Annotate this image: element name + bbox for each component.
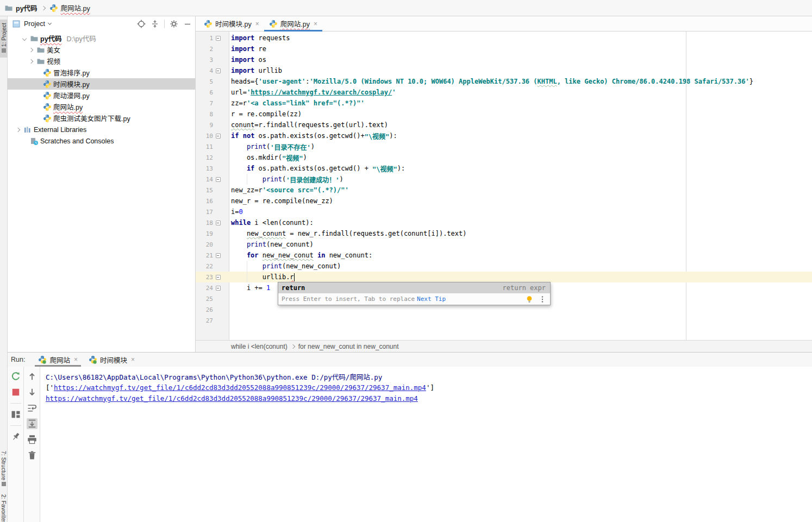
tree-chevron-icon[interactable] [27, 46, 35, 54]
stripe-button-project[interactable]: 1: Project [0, 20, 8, 58]
locate-file-button[interactable] [137, 20, 146, 28]
breadcrumb-for[interactable]: for new_new_conut in new_conunt [298, 343, 399, 350]
favorites-star-icon[interactable]: ★ [1, 514, 6, 521]
code-text[interactable]: i=0 [229, 208, 243, 216]
gutter-cell[interactable]: 6 [196, 87, 229, 98]
more-dots-icon[interactable] [538, 295, 547, 304]
gutter-cell[interactable]: 18 [196, 217, 229, 228]
collapse-all-button[interactable] [151, 20, 159, 28]
gutter-cell[interactable]: 3 [196, 54, 229, 65]
gear-icon[interactable] [170, 20, 178, 28]
code-line[interactable]: 17i=0 [196, 206, 812, 217]
gutter-cell[interactable]: 8 [196, 109, 229, 120]
gutter-cell[interactable]: 17 [196, 206, 229, 217]
fold-marker-icon[interactable] [216, 275, 221, 280]
close-icon[interactable]: × [131, 356, 135, 363]
clear-console-button[interactable] [27, 450, 38, 461]
run-tab-爬网站[interactable]: 爬网站 × [33, 353, 83, 367]
print-button[interactable] [27, 434, 38, 445]
fold-marker-icon[interactable] [216, 36, 221, 41]
gutter-cell[interactable]: 9 [196, 120, 229, 130]
code-line[interactable]: 15new_zz=r'<source src="(.*?)/"' [196, 185, 812, 196]
code-line[interactable]: 12os.mkdir("视频") [196, 152, 812, 163]
gutter-cell[interactable]: 16 [196, 196, 229, 206]
gutter-cell[interactable]: 5 [196, 76, 229, 87]
gutter-cell[interactable]: 4 [196, 65, 229, 76]
breadcrumb-file[interactable]: 爬网站.py [61, 3, 90, 13]
tree-chevron-icon[interactable] [21, 35, 28, 42]
next-tip-link[interactable]: Next Tip [417, 295, 446, 303]
code-text[interactable]: for new_new_conut in new_conunt: [229, 250, 372, 261]
close-icon[interactable]: × [255, 20, 259, 28]
code-text[interactable]: zz=r'<a class="link" href="(.*?)"' [229, 99, 365, 107]
code-line[interactable]: 19new_conunt = new_r.findall(requests.ge… [196, 228, 812, 239]
fold-marker-icon[interactable] [216, 177, 221, 182]
rerun-button[interactable] [10, 371, 21, 382]
tree-chevron-icon[interactable] [14, 126, 22, 134]
stop-button[interactable] [10, 387, 21, 398]
console-link[interactable]: https://watchmygf.tv/get_file/1/c6dd2cd8… [54, 383, 426, 392]
code-text[interactable]: conunt=r.findall(requests.get(url).text) [229, 121, 388, 129]
code-text[interactable]: urllib.r [229, 272, 295, 282]
gutter-cell[interactable]: 11 [196, 141, 229, 152]
code-line[interactable]: 22print(new_new_conut) [196, 261, 812, 272]
completion-item-return[interactable]: return return expr [278, 282, 550, 293]
code-line[interactable]: 5heads={'user-agent':'Mozilla/5.0 (Windo… [196, 76, 812, 87]
editor-tab-爬网站[interactable]: 爬网站.py × [264, 16, 322, 31]
code-text[interactable]: heads={'user-agent':'Mozilla/5.0 (Window… [229, 78, 753, 85]
code-text[interactable]: new_conunt = new_r.findall(requests.get(… [229, 228, 466, 239]
code-text[interactable]: while i <len(conunt): [229, 219, 314, 227]
code-line[interactable]: 8r = re.compile(zz) [196, 109, 812, 120]
tree-item[interactable]: 美女 [8, 44, 195, 55]
gutter-cell[interactable]: 1 [196, 33, 229, 43]
code-line[interactable]: 3import os [196, 54, 812, 65]
gutter-cell[interactable]: 20 [196, 239, 229, 250]
fold-marker-icon[interactable] [216, 253, 221, 258]
soft-wrap-button[interactable] [27, 402, 38, 413]
project-panel-title[interactable]: Project [24, 20, 45, 28]
code-text[interactable]: new_zz=r'<source src="(.*?)/"' [229, 186, 349, 194]
restore-layout-button[interactable] [10, 409, 21, 420]
breadcrumb-project[interactable]: py代码 [16, 3, 38, 13]
code-line[interactable]: 27 [196, 315, 812, 326]
code-line[interactable]: 26 [196, 304, 812, 315]
code-text[interactable]: print('目录不存在') [229, 141, 315, 152]
breadcrumb-while[interactable]: while i <len(conunt) [231, 343, 288, 350]
code-text[interactable]: import re [229, 45, 266, 53]
code-line[interactable]: 21for new_new_conut in new_conunt: [196, 250, 812, 261]
tree-item[interactable]: 冒泡排序.py [8, 67, 195, 78]
gutter-cell[interactable]: 24 [196, 282, 229, 293]
console-link[interactable]: https://watchmygf.tv/get_file/1/c6dd2cd8… [46, 394, 418, 402]
chevron-down-icon[interactable] [48, 21, 52, 25]
gutter-cell[interactable]: 22 [196, 261, 229, 272]
editor-tab-时间模块[interactable]: 时间模块.py × [199, 16, 264, 31]
gutter-cell[interactable]: 15 [196, 185, 229, 196]
tree-item[interactable]: Scratches and Consoles [8, 135, 195, 147]
tree-item[interactable]: External Libraries [8, 124, 195, 135]
gutter-cell[interactable]: 19 [196, 228, 229, 239]
code-line[interactable]: 23urllib.r [196, 272, 812, 282]
fold-marker-icon[interactable] [216, 134, 221, 139]
code-text[interactable]: os.mkdir("视频") [229, 152, 307, 163]
code-text[interactable]: print('目录创建成功！') [229, 174, 343, 185]
tree-chevron-icon[interactable] [27, 58, 35, 65]
code-text[interactable]: r = re.compile(zz) [229, 110, 302, 118]
code-text[interactable]: import urllib [229, 67, 282, 74]
code-line[interactable]: 6url='https://watchmygf.tv/search/cospla… [196, 87, 812, 98]
code-line[interactable]: 13if os.path.exists(os.getcwd() + "\视频")… [196, 163, 812, 174]
hide-panel-button[interactable] [183, 20, 192, 28]
tree-item[interactable]: 爬网站.py [8, 101, 195, 112]
stripe-button-structure[interactable]: 7: Structure [0, 451, 8, 488]
gutter-cell[interactable]: 27 [196, 315, 229, 326]
run-tab-时间模块[interactable]: 时间模块 × [83, 353, 140, 367]
code-text[interactable]: import requests [229, 34, 290, 42]
gutter-cell[interactable]: 7 [196, 98, 229, 109]
code-line[interactable]: 20print(new_conunt) [196, 239, 812, 250]
tree-item[interactable]: 视频 [8, 55, 195, 67]
gutter-cell[interactable]: 25 [196, 293, 229, 304]
code-line[interactable]: 10if not os.path.exists(os.getcwd()+"\视频… [196, 130, 812, 141]
tree-item[interactable]: 时间模块.py [8, 78, 195, 90]
pin-tab-button[interactable] [10, 431, 21, 442]
code-text[interactable]: if os.path.exists(os.getcwd() + "\视频"): [229, 163, 405, 174]
gutter-cell[interactable]: 21 [196, 250, 229, 261]
